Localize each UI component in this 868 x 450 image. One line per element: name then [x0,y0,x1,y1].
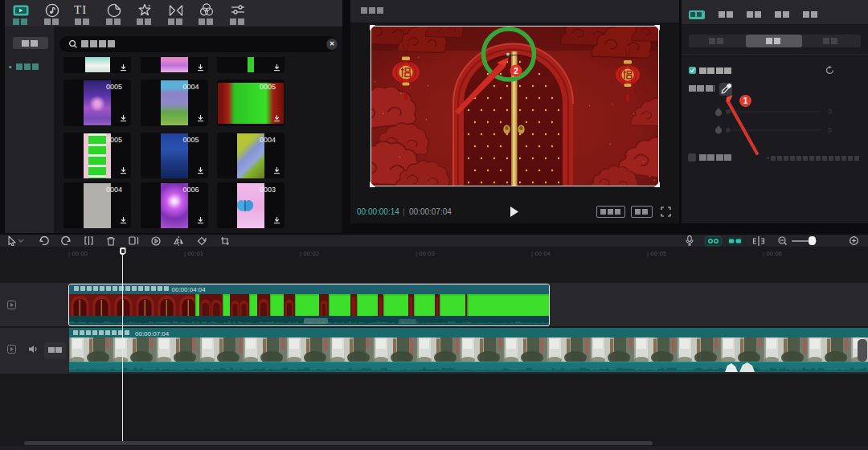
svg-text:2: 2 [514,67,518,76]
